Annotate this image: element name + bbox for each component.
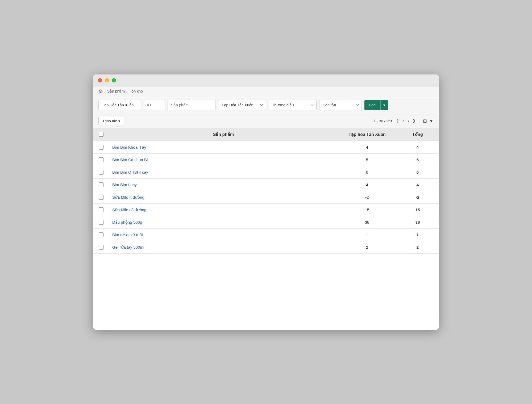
header-product: Sản phẩm [109,128,338,141]
table-body: Bim Bim Khoai Tây 4 4 Bim Bim Cà chua Bi… [93,141,439,254]
page-nav: ⟪ ‹ › ⟫ [395,118,417,124]
table-row: Đậu phộng 500g 38 38 [93,216,439,228]
row-product-name[interactable]: Gel rửa tay 500ml [109,241,338,253]
title-bar [93,74,439,86]
pagination-area: 1 - 30 / 251 ⟪ ‹ › ⟫ ⊞ ▾ [374,118,434,124]
thao-tac-button[interactable]: Thao tác ▾ [98,117,124,125]
prev-page-button[interactable]: ‹ [401,118,405,124]
row-checkbox-cell [93,178,109,191]
row-checkbox-cell [93,228,109,241]
filter-toolbar: Tạp Hóa Tân Xuân Thương hiệu Còn tồn Hết… [93,96,439,114]
filter-caret-button[interactable]: ▾ [380,100,388,110]
table-row: Bim Bim Lucy 4 4 [93,178,439,191]
app-window: 🏠 / Sản phẩm / Tồn kho Tạp Hóa Tân Xuân … [93,74,439,330]
thao-tac-caret-icon: ▾ [118,119,120,123]
row-checkbox-cell [93,241,109,253]
row-product-name[interactable]: Sữa Milo có đường [109,203,338,216]
row-checkbox[interactable] [99,232,103,237]
row-product-name[interactable]: Bim Bim Cà chua Bi [109,153,338,166]
row-product-name[interactable]: Bim trẻ em 3 tuổi [109,228,338,241]
row-checkbox[interactable] [99,245,103,250]
row-total: 5 [396,153,439,166]
row-product-name[interactable]: Bim Bim Khoai Tây [109,141,338,154]
row-checkbox-cell [93,203,109,216]
row-product-name[interactable]: Sữa Milo ít đường [109,191,338,203]
view-toggle: ⊞ ▾ [422,118,434,124]
table-row: Gel rửa tay 500ml 2 2 [93,241,439,253]
home-icon[interactable]: 🏠 [98,89,103,93]
row-checkbox-cell [93,166,109,178]
row-store-qty: 6 [338,166,396,178]
row-total: 2 [396,241,439,253]
table-row: Sữa Milo ít đường -2 -2 [93,191,439,203]
brand-select[interactable]: Thương hiệu [269,100,317,110]
last-page-button[interactable]: ⟫ [412,118,417,124]
row-checkbox-cell [93,191,109,203]
row-store-qty: 2 [338,241,396,253]
header-checkbox-cell [93,128,109,141]
close-button[interactable] [98,78,102,82]
table-row: Bim Bim Cà chua Bi 5 5 [93,153,439,166]
row-store-qty: 38 [338,216,396,228]
row-checkbox-cell [93,216,109,228]
id-input[interactable] [144,100,165,110]
minimize-button[interactable] [105,78,109,82]
view-columns-button[interactable]: ⊞ [422,118,428,124]
row-total: 6 [396,166,439,178]
row-checkbox[interactable] [99,157,103,162]
row-product-name[interactable]: Bim Bim Lucy [109,178,338,191]
table-container: Sản phẩm Tạp hóa Tân Xuân Tổng Bim Bim K… [93,128,439,330]
row-total: 38 [396,216,439,228]
thao-tac-label: Thao tác [102,119,117,123]
header-total: Tổng [396,128,439,141]
table-row: Bim Bim OHSHI cay 6 6 [93,166,439,178]
row-store-qty: 4 [338,178,396,191]
table-row: Bim Bim Khoai Tây 4 4 [93,141,439,154]
row-store-qty: 4 [338,141,396,154]
breadcrumb-sep-1: / [105,89,106,93]
row-total: 4 [396,141,439,154]
stock-select[interactable]: Còn tồn Hết hàng Tất cả [319,100,362,110]
row-checkbox[interactable] [99,182,103,187]
row-checkbox-cell [93,153,109,166]
row-checkbox[interactable] [99,195,103,200]
pagination-text: 1 - 30 / 251 [374,119,393,123]
row-total: 1 [396,228,439,241]
inventory-table: Sản phẩm Tạp hóa Tân Xuân Tổng Bim Bim K… [93,128,439,254]
row-product-name[interactable]: Bim Bim OHSHI cay [109,166,338,178]
row-checkbox[interactable] [99,207,103,212]
row-product-name[interactable]: Đậu phộng 500g [109,216,338,228]
breadcrumb-san-pham[interactable]: Sản phẩm [107,89,125,93]
next-page-button[interactable]: › [406,118,410,124]
header-store: Tạp hóa Tân Xuân [338,128,396,141]
row-store-qty: 15 [338,203,396,216]
select-all-checkbox[interactable] [99,132,103,137]
breadcrumb: 🏠 / Sản phẩm / Tồn kho [93,86,439,96]
row-checkbox[interactable] [99,145,103,150]
breadcrumb-ton-kho: Tồn kho [129,89,143,93]
filter-button[interactable]: Lọc [364,100,380,110]
action-bar: Thao tác ▾ 1 - 30 / 251 ⟪ ‹ › ⟫ ⊞ ▾ [93,114,439,128]
row-total: 4 [396,178,439,191]
store-select[interactable]: Tạp Hóa Tân Xuân [218,100,266,110]
breadcrumb-sep-2: / [126,89,127,93]
product-search-input[interactable] [168,100,215,110]
filter-btn-group: Lọc ▾ [364,100,388,110]
row-total: 15 [396,203,439,216]
row-store-qty: 1 [338,228,396,241]
row-checkbox-cell [93,141,109,154]
row-total: -2 [396,191,439,203]
table-row: Bim trẻ em 3 tuổi 1 1 [93,228,439,241]
row-checkbox[interactable] [99,220,103,225]
maximize-button[interactable] [112,78,116,82]
row-store-qty: 5 [338,153,396,166]
first-page-button[interactable]: ⟪ [395,118,400,124]
table-row: Sữa Milo có đường 15 15 [93,203,439,216]
row-checkbox[interactable] [99,170,103,175]
store-name-input[interactable] [98,100,141,110]
row-store-qty: -2 [338,191,396,203]
view-options-caret[interactable]: ▾ [429,118,434,124]
